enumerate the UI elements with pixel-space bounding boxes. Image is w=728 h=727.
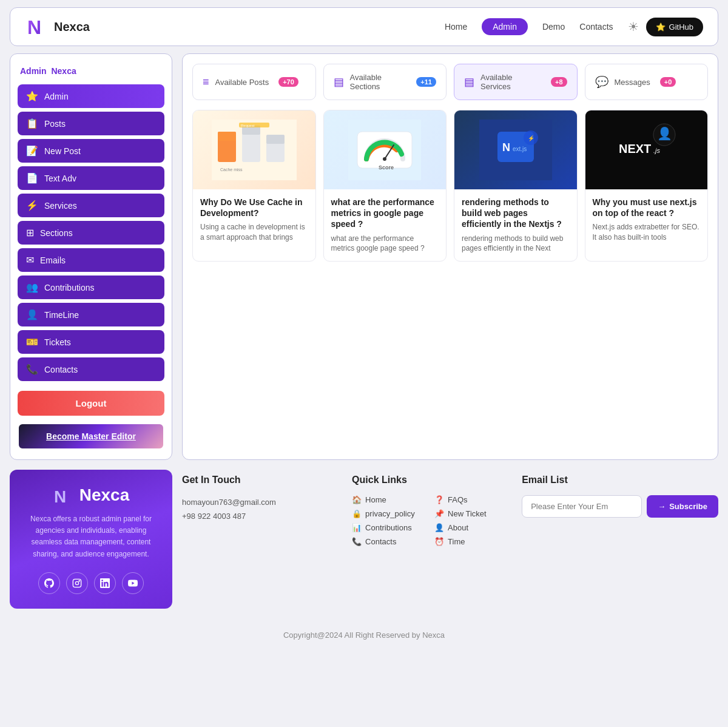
footer-link-home[interactable]: 🏠 Home: [352, 495, 420, 504]
svg-point-30: [79, 580, 79, 581]
footer-link-contributions[interactable]: 📊 Contributions: [352, 523, 420, 532]
svg-text:⚡: ⚡: [528, 135, 535, 142]
svg-text:Score: Score: [379, 164, 394, 171]
privacy-link-icon: 🔒: [352, 509, 362, 518]
footer-link-new-ticket[interactable]: 📌 New Ticket: [434, 509, 502, 518]
timeline-icon: 👤: [26, 309, 38, 320]
footer-link-about[interactable]: 👤 About: [434, 523, 502, 532]
main-area: Admin Nexca ⭐ Admin 📋 Posts 📝 New Post 📄…: [10, 53, 718, 460]
sidebar-item-services[interactable]: ⚡ Services: [18, 194, 164, 217]
post-card-speed[interactable]: Score what are the performance metrics i…: [323, 110, 447, 262]
nav-links: Home Admin Demo Contacts: [445, 18, 613, 35]
post-body-nextjs-react: Why you must use next.js on top of the r…: [585, 189, 708, 250]
svg-text:N: N: [502, 141, 510, 154]
sidebar-header: Admin Nexca: [18, 66, 164, 76]
github-social-icon[interactable]: [38, 572, 60, 594]
nav-demo[interactable]: Demo: [542, 22, 565, 32]
posts-badge: +70: [278, 77, 298, 87]
post-body-speed: what are the performance metrics in goog…: [324, 189, 447, 261]
footer-links-col: Quick Links 🏠 Home ❓ FAQs 🔒 privacy_poli…: [352, 475, 502, 609]
posts-stat-icon: ≡: [203, 76, 209, 89]
sections-badge: +11: [416, 77, 436, 87]
footer-link-faqs[interactable]: ❓ FAQs: [434, 495, 502, 504]
admin-icon: ⭐: [26, 90, 38, 102]
posts-icon: 📋: [26, 118, 38, 129]
services-badge: +8: [551, 77, 567, 87]
sidebar-item-text-adv[interactable]: 📄 Text Adv: [18, 166, 164, 190]
nav-admin[interactable]: Admin: [482, 18, 528, 35]
svg-point-29: [75, 581, 78, 584]
arrow-right-icon: →: [658, 502, 666, 511]
sidebar-item-new-post[interactable]: 📝 New Post: [18, 139, 164, 163]
stat-available-posts: ≡ Available Posts +70: [192, 64, 316, 100]
sidebar-item-contributions[interactable]: 👥 Contributions: [18, 276, 164, 299]
nav-home[interactable]: Home: [445, 22, 467, 32]
post-body-nextjs-rendering: rendering methods to build web pages eff…: [454, 189, 577, 261]
svg-text:ext.js: ext.js: [513, 146, 527, 152]
top-navigation: N Nexca Home Admin Demo Contacts ☀ ⭐ Git…: [10, 7, 718, 46]
svg-text:NEXT: NEXT: [619, 142, 651, 155]
services-stat-icon: ▤: [464, 75, 474, 89]
sidebar: Admin Nexca ⭐ Admin 📋 Posts 📝 New Post 📄…: [10, 53, 172, 460]
footer-link-contacts[interactable]: 📞 Contacts: [352, 537, 420, 546]
footer-link-privacy[interactable]: 🔒 privacy_policy: [352, 509, 420, 518]
post-image-nextjs-blue: N ext.js ⚡: [454, 110, 577, 189]
email-subscription-row: → Subscribe: [522, 495, 718, 518]
nexca-logo-icon: N: [25, 15, 49, 39]
post-card-nextjs-react[interactable]: NEXT .js 👤 Why you must use next.js on t…: [585, 110, 709, 262]
svg-text:N: N: [54, 487, 66, 506]
linkedin-social-icon[interactable]: [94, 572, 116, 594]
footer-contact-col: Get In Touch homayoun763@gmail.com +98 9…: [182, 475, 332, 609]
contributions-link-icon: 📊: [352, 523, 362, 532]
sidebar-item-emails[interactable]: ✉ Emails: [18, 248, 164, 272]
sidebar-item-timeline[interactable]: 👤 TimeLine: [18, 303, 164, 326]
stat-available-sections: ▤ Available Sections +11: [323, 64, 447, 100]
github-button[interactable]: ⭐ GitHub: [646, 18, 703, 36]
footer-email-list-col: Email List → Subscribe: [522, 475, 718, 609]
messages-badge: +0: [660, 77, 676, 87]
copyright-text: Copyright@2024 All Right Reserved by Nex…: [0, 618, 728, 652]
logo-area: N Nexca: [25, 15, 90, 39]
post-body-cache: Why Do We Use Cache in Development? Usin…: [193, 189, 315, 250]
svg-text:Cache miss: Cache miss: [220, 167, 243, 172]
svg-text:👤: 👤: [657, 126, 672, 141]
youtube-social-icon[interactable]: [122, 572, 144, 594]
post-card-nextjs-rendering[interactable]: N ext.js ⚡ rendering methods to build we…: [454, 110, 578, 262]
text-adv-icon: 📄: [26, 172, 38, 184]
tickets-icon: 🎫: [26, 336, 38, 348]
footer-link-time[interactable]: ⏰ Time: [434, 537, 502, 546]
emails-icon: ✉: [26, 254, 34, 266]
sidebar-item-sections[interactable]: ⊞ Sections: [18, 221, 164, 245]
services-icon: ⚡: [26, 200, 38, 211]
email-subscription-input[interactable]: [522, 495, 642, 518]
stats-row: ≡ Available Posts +70 ▤ Available Sectio…: [192, 64, 708, 100]
github-icon: ⭐: [656, 22, 666, 32]
nav-contacts[interactable]: Contacts: [579, 22, 613, 32]
logo-text: Nexca: [54, 20, 90, 34]
svg-text:N: N: [27, 16, 41, 38]
become-master-editor-button[interactable]: Become Master Editor: [18, 423, 164, 450]
post-image-nextjs-black: NEXT .js 👤: [585, 110, 708, 189]
sections-stat-icon: ▤: [334, 75, 344, 89]
sidebar-item-admin[interactable]: ⭐ Admin: [18, 84, 164, 108]
svg-rect-28: [73, 579, 81, 587]
footer-links-grid: 🏠 Home ❓ FAQs 🔒 privacy_policy 📌 New Tic…: [352, 495, 502, 546]
subscribe-button[interactable]: → Subscribe: [647, 495, 718, 518]
about-link-icon: 👤: [434, 523, 444, 532]
post-card-cache[interactable]: Cache miss Request Why Do We Use Cache i…: [192, 110, 316, 262]
sidebar-item-posts[interactable]: 📋 Posts: [18, 112, 164, 135]
sidebar-item-tickets[interactable]: 🎫 Tickets: [18, 330, 164, 354]
sidebar-item-contacts[interactable]: 📞 Contacts: [18, 357, 164, 381]
ticket-link-icon: 📌: [434, 509, 444, 518]
footer-section: N Nexca Nexca offers a robust admin pane…: [10, 470, 718, 618]
footer-brand-logo: N Nexca: [53, 484, 130, 506]
svg-text:.js: .js: [653, 147, 661, 154]
theme-toggle-icon[interactable]: ☀: [628, 19, 639, 34]
instagram-social-icon[interactable]: [66, 572, 88, 594]
svg-rect-7: [266, 135, 285, 144]
social-icons: [38, 572, 144, 594]
contacts-icon: 📞: [26, 364, 38, 375]
svg-rect-3: [218, 132, 236, 141]
footer-phone: +98 922 4003 487: [182, 509, 332, 523]
logout-button[interactable]: Logout: [18, 391, 164, 416]
